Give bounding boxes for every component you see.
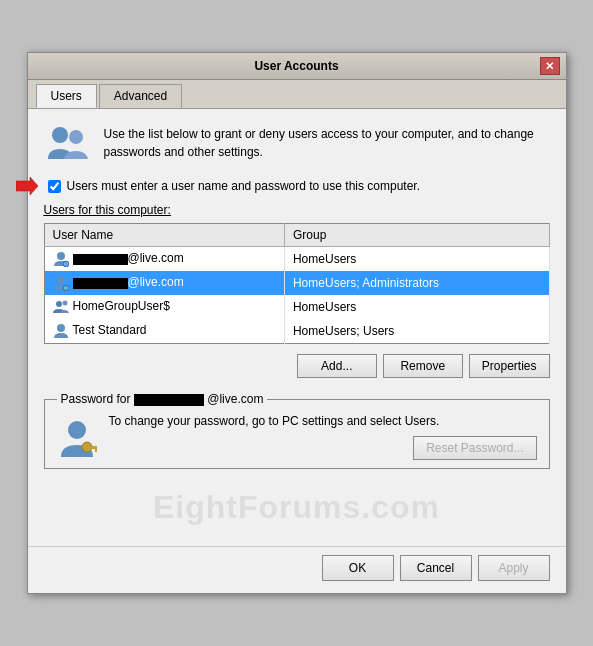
- tab-advanced[interactable]: Advanced: [99, 84, 182, 108]
- bottom-buttons: OK Cancel Apply: [28, 546, 566, 593]
- checkbox-row: Users must enter a user name and passwor…: [44, 179, 550, 193]
- user-name-cell: @live.com: [44, 271, 284, 295]
- svg-point-0: [52, 127, 68, 143]
- redacted-name: [73, 278, 128, 289]
- user-name-cell: HomeGroupUser$: [44, 295, 284, 319]
- add-button[interactable]: Add...: [297, 354, 377, 378]
- apply-button[interactable]: Apply: [478, 555, 550, 581]
- table-row[interactable]: @live.comHomeUsers: [44, 247, 549, 272]
- arrow-indicator: [16, 177, 38, 195]
- info-text: Use the list below to grant or deny user…: [104, 121, 550, 161]
- svg-marker-2: [16, 177, 38, 195]
- user-group-cell: HomeUsers: [284, 247, 549, 272]
- tab-content: Use the list below to grant or deny user…: [28, 109, 566, 546]
- user-group-cell: HomeUsers; Users: [284, 319, 549, 344]
- user-table: User Name Group @live.comHomeUsers @live…: [44, 223, 550, 344]
- table-row[interactable]: HomeGroupUser$HomeUsers: [44, 295, 549, 319]
- redacted-name: [73, 254, 128, 265]
- col-group: Group: [284, 224, 549, 247]
- title-bar: User Accounts ✕: [28, 53, 566, 80]
- svg-point-1: [69, 130, 83, 144]
- svg-point-9: [57, 324, 65, 332]
- table-row[interactable]: @live.comHomeUsers; Administrators: [44, 271, 549, 295]
- users-section-label: Users for this computer:: [44, 203, 550, 217]
- users-must-enter-checkbox[interactable]: [48, 180, 61, 193]
- svg-point-4: [63, 261, 69, 267]
- svg-point-8: [62, 301, 67, 306]
- user-action-buttons: Add... Remove Properties: [44, 354, 550, 378]
- reset-password-button[interactable]: Reset Password...: [413, 436, 536, 460]
- window-title: User Accounts: [54, 59, 540, 73]
- password-legend: Password for @live.com: [57, 392, 268, 406]
- password-section: Password for @live.com To change: [44, 392, 550, 469]
- svg-rect-12: [90, 446, 97, 449]
- svg-rect-13: [95, 449, 97, 452]
- checkbox-label: Users must enter a user name and passwor…: [67, 179, 421, 193]
- svg-point-6: [63, 285, 69, 291]
- svg-point-10: [68, 421, 86, 439]
- watermark: EightForums.com: [44, 481, 550, 534]
- col-username: User Name: [44, 224, 284, 247]
- user-name-cell: Test Standard: [44, 319, 284, 344]
- svg-point-5: [57, 276, 65, 284]
- svg-point-7: [56, 301, 62, 307]
- redacted-username: [134, 394, 204, 406]
- svg-point-3: [57, 252, 65, 260]
- password-icon: [57, 417, 97, 457]
- cancel-button[interactable]: Cancel: [400, 555, 472, 581]
- users-icon: [44, 121, 92, 169]
- remove-button[interactable]: Remove: [383, 354, 463, 378]
- table-row[interactable]: Test StandardHomeUsers; Users: [44, 319, 549, 344]
- close-button[interactable]: ✕: [540, 57, 560, 75]
- password-content: To change your password, go to PC settin…: [57, 414, 537, 460]
- tab-users[interactable]: Users: [36, 84, 97, 108]
- ok-button[interactable]: OK: [322, 555, 394, 581]
- password-text: To change your password, go to PC settin…: [109, 414, 537, 428]
- user-group-cell: HomeUsers: [284, 295, 549, 319]
- properties-button[interactable]: Properties: [469, 354, 550, 378]
- user-group-cell: HomeUsers; Administrators: [284, 271, 549, 295]
- user-name-cell: @live.com: [44, 247, 284, 272]
- user-accounts-window: User Accounts ✕ Users Advanced Use the l…: [27, 52, 567, 594]
- info-row: Use the list below to grant or deny user…: [44, 121, 550, 169]
- tab-bar: Users Advanced: [28, 80, 566, 109]
